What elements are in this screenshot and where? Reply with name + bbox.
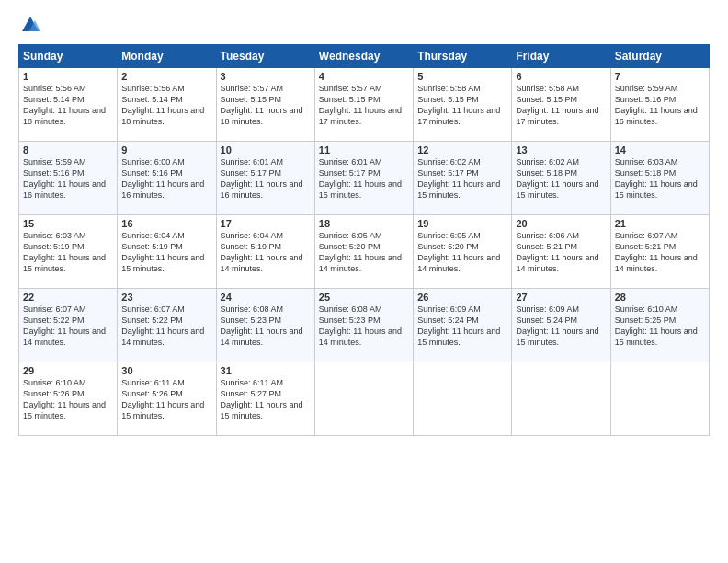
calendar-cell: 13 Sunrise: 6:02 AMSunset: 5:18 PMDaylig… — [512, 142, 610, 215]
header — [18, 15, 710, 35]
day-number: 7 — [615, 71, 705, 82]
day-number: 18 — [319, 218, 409, 229]
day-number: 9 — [121, 144, 211, 155]
day-info: Sunrise: 5:57 AMSunset: 5:15 PMDaylight:… — [221, 84, 303, 126]
calendar-cell: 8 Sunrise: 5:59 AMSunset: 5:16 PMDayligh… — [19, 142, 118, 215]
logo-icon — [20, 15, 40, 35]
day-number: 4 — [319, 71, 409, 82]
day-info: Sunrise: 6:11 AMSunset: 5:26 PMDaylight:… — [121, 378, 204, 420]
day-number: 11 — [319, 144, 409, 155]
calendar-cell: 21 Sunrise: 6:07 AMSunset: 5:21 PMDaylig… — [610, 215, 709, 289]
calendar-cell: 6 Sunrise: 5:58 AMSunset: 5:15 PMDayligh… — [512, 68, 610, 142]
calendar-cell: 28 Sunrise: 6:10 AMSunset: 5:25 PMDaylig… — [610, 289, 709, 362]
day-info: Sunrise: 6:00 AMSunset: 5:16 PMDaylight:… — [121, 157, 204, 200]
day-info: Sunrise: 6:09 AMSunset: 5:24 PMDaylight:… — [417, 304, 500, 347]
day-number: 29 — [23, 365, 113, 376]
day-number: 12 — [417, 144, 507, 155]
day-number: 26 — [417, 292, 507, 303]
calendar-cell: 26 Sunrise: 6:09 AMSunset: 5:24 PMDaylig… — [414, 289, 512, 362]
calendar-cell: 31 Sunrise: 6:11 AMSunset: 5:27 PMDaylig… — [216, 362, 314, 436]
day-info: Sunrise: 6:05 AMSunset: 5:20 PMDaylight:… — [417, 231, 500, 273]
day-info: Sunrise: 6:11 AMSunset: 5:27 PMDaylight:… — [221, 378, 303, 420]
calendar-cell: 11 Sunrise: 6:01 AMSunset: 5:17 PMDaylig… — [314, 142, 413, 215]
calendar-cell: 20 Sunrise: 6:06 AMSunset: 5:21 PMDaylig… — [512, 215, 610, 289]
day-info: Sunrise: 5:59 AMSunset: 5:16 PMDaylight:… — [615, 84, 698, 126]
calendar-cell: 15 Sunrise: 6:03 AMSunset: 5:19 PMDaylig… — [19, 215, 118, 289]
day-number: 2 — [121, 71, 211, 82]
day-number: 5 — [417, 71, 507, 82]
day-info: Sunrise: 6:03 AMSunset: 5:19 PMDaylight:… — [23, 231, 106, 273]
day-number: 15 — [23, 218, 113, 229]
day-number: 19 — [417, 218, 507, 229]
calendar-cell: 24 Sunrise: 6:08 AMSunset: 5:23 PMDaylig… — [216, 289, 314, 362]
calendar-week-5: 29 Sunrise: 6:10 AMSunset: 5:26 PMDaylig… — [19, 362, 710, 436]
day-info: Sunrise: 6:07 AMSunset: 5:22 PMDaylight:… — [121, 304, 204, 347]
calendar-cell: 5 Sunrise: 5:58 AMSunset: 5:15 PMDayligh… — [414, 68, 512, 142]
calendar-cell: 29 Sunrise: 6:10 AMSunset: 5:26 PMDaylig… — [19, 362, 118, 436]
day-number: 14 — [615, 144, 705, 155]
weekday-header-sunday: Sunday — [19, 45, 118, 68]
weekday-header-thursday: Thursday — [414, 45, 512, 68]
day-info: Sunrise: 5:56 AMSunset: 5:14 PMDaylight:… — [121, 84, 204, 126]
calendar-cell: 7 Sunrise: 5:59 AMSunset: 5:16 PMDayligh… — [610, 68, 709, 142]
calendar-cell: 25 Sunrise: 6:08 AMSunset: 5:23 PMDaylig… — [314, 289, 413, 362]
day-number: 16 — [121, 218, 211, 229]
day-info: Sunrise: 6:02 AMSunset: 5:18 PMDaylight:… — [516, 157, 598, 200]
day-number: 1 — [23, 71, 113, 82]
day-info: Sunrise: 5:58 AMSunset: 5:15 PMDaylight:… — [516, 84, 598, 126]
day-info: Sunrise: 6:08 AMSunset: 5:23 PMDaylight:… — [221, 304, 303, 347]
day-info: Sunrise: 5:57 AMSunset: 5:15 PMDaylight:… — [319, 84, 402, 126]
calendar-cell: 16 Sunrise: 6:04 AMSunset: 5:19 PMDaylig… — [118, 215, 216, 289]
calendar-cell: 4 Sunrise: 5:57 AMSunset: 5:15 PMDayligh… — [314, 68, 413, 142]
calendar-cell: 23 Sunrise: 6:07 AMSunset: 5:22 PMDaylig… — [118, 289, 216, 362]
day-number: 27 — [516, 292, 606, 303]
day-number: 20 — [516, 218, 606, 229]
day-info: Sunrise: 6:04 AMSunset: 5:19 PMDaylight:… — [221, 231, 303, 273]
day-number: 10 — [221, 144, 311, 155]
day-info: Sunrise: 6:06 AMSunset: 5:21 PMDaylight:… — [516, 231, 598, 273]
page: SundayMondayTuesdayWednesdayThursdayFrid… — [0, 0, 728, 563]
calendar-cell: 12 Sunrise: 6:02 AMSunset: 5:17 PMDaylig… — [414, 142, 512, 215]
calendar-week-2: 8 Sunrise: 5:59 AMSunset: 5:16 PMDayligh… — [19, 142, 710, 215]
day-info: Sunrise: 6:07 AMSunset: 5:21 PMDaylight:… — [615, 231, 698, 273]
day-info: Sunrise: 6:10 AMSunset: 5:26 PMDaylight:… — [23, 378, 106, 420]
day-info: Sunrise: 5:59 AMSunset: 5:16 PMDaylight:… — [23, 157, 106, 200]
calendar-cell — [512, 362, 610, 436]
day-number: 28 — [615, 292, 705, 303]
calendar-cell: 1 Sunrise: 5:56 AMSunset: 5:14 PMDayligh… — [19, 68, 118, 142]
day-info: Sunrise: 6:10 AMSunset: 5:25 PMDaylight:… — [615, 304, 698, 347]
day-number: 24 — [221, 292, 311, 303]
day-info: Sunrise: 5:58 AMSunset: 5:15 PMDaylight:… — [417, 84, 500, 126]
day-number: 17 — [221, 218, 311, 229]
calendar-week-3: 15 Sunrise: 6:03 AMSunset: 5:19 PMDaylig… — [19, 215, 710, 289]
calendar-cell — [414, 362, 512, 436]
day-info: Sunrise: 6:01 AMSunset: 5:17 PMDaylight:… — [319, 157, 402, 200]
day-number: 13 — [516, 144, 606, 155]
day-number: 8 — [23, 144, 113, 155]
calendar-week-4: 22 Sunrise: 6:07 AMSunset: 5:22 PMDaylig… — [19, 289, 710, 362]
day-number: 31 — [221, 365, 311, 376]
calendar-cell: 19 Sunrise: 6:05 AMSunset: 5:20 PMDaylig… — [414, 215, 512, 289]
weekday-header-monday: Monday — [118, 45, 216, 68]
weekday-header-tuesday: Tuesday — [216, 45, 314, 68]
day-info: Sunrise: 6:02 AMSunset: 5:17 PMDaylight:… — [417, 157, 500, 200]
day-info: Sunrise: 6:05 AMSunset: 5:20 PMDaylight:… — [319, 231, 402, 273]
calendar-cell: 9 Sunrise: 6:00 AMSunset: 5:16 PMDayligh… — [118, 142, 216, 215]
weekday-header-saturday: Saturday — [610, 45, 709, 68]
day-number: 22 — [23, 292, 113, 303]
day-info: Sunrise: 6:01 AMSunset: 5:17 PMDaylight:… — [221, 157, 303, 200]
day-number: 6 — [516, 71, 606, 82]
calendar-cell: 22 Sunrise: 6:07 AMSunset: 5:22 PMDaylig… — [19, 289, 118, 362]
day-number: 21 — [615, 218, 705, 229]
calendar-cell: 2 Sunrise: 5:56 AMSunset: 5:14 PMDayligh… — [118, 68, 216, 142]
calendar-cell: 10 Sunrise: 6:01 AMSunset: 5:17 PMDaylig… — [216, 142, 314, 215]
day-number: 3 — [221, 71, 311, 82]
calendar-cell: 27 Sunrise: 6:09 AMSunset: 5:24 PMDaylig… — [512, 289, 610, 362]
day-number: 30 — [121, 365, 211, 376]
day-number: 23 — [121, 292, 211, 303]
day-number: 25 — [319, 292, 409, 303]
calendar-cell — [314, 362, 413, 436]
weekday-header-friday: Friday — [512, 45, 610, 68]
day-info: Sunrise: 6:04 AMSunset: 5:19 PMDaylight:… — [121, 231, 204, 273]
calendar-cell: 14 Sunrise: 6:03 AMSunset: 5:18 PMDaylig… — [610, 142, 709, 215]
